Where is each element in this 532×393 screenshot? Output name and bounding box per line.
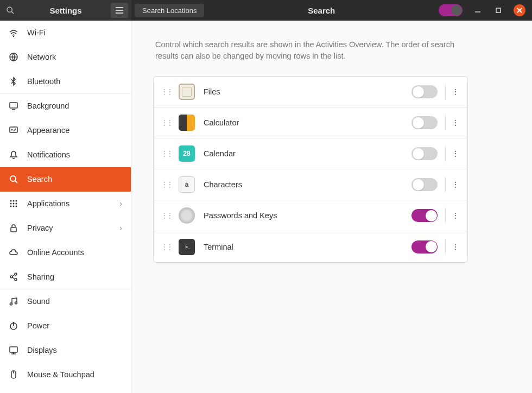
sidebar-item-label: Privacy (27, 224, 111, 232)
svg-rect-36 (10, 347, 17, 352)
svg-point-28 (15, 273, 17, 275)
svg-line-30 (12, 275, 15, 276)
share-icon (9, 272, 18, 282)
svg-point-20 (10, 203, 12, 205)
provider-toggle[interactable] (411, 178, 438, 191)
search-providers-list: ⋮⋮Files⋮⋮⋮Calculator⋮⋮⋮28Calendar⋮⋮⋮àCha… (153, 76, 468, 263)
drag-handle-icon[interactable]: ⋮⋮ (161, 181, 172, 188)
sidebar-item-displays[interactable]: Displays (0, 338, 131, 363)
hamburger-icon (116, 7, 123, 14)
divider (445, 84, 446, 99)
window-minimize-button[interactable] (472, 5, 483, 16)
sidebar-item-label: Appearance (27, 126, 122, 135)
sidebar-item-label: Bluetooth (27, 77, 122, 86)
sidebar-item-label: Background (27, 102, 122, 110)
app-name-label: Calculator (204, 118, 411, 127)
sidebar-item-mouse-touchpad[interactable]: Mouse & Touchpad (0, 363, 131, 387)
divider (445, 115, 446, 130)
sidebar-item-privacy[interactable]: Privacy› (0, 216, 131, 240)
search-locations-button[interactable]: Search Locations (135, 4, 204, 17)
svg-point-19 (16, 200, 17, 202)
provider-toggle[interactable] (411, 147, 438, 160)
provider-toggle[interactable] (411, 209, 438, 222)
sidebar-item-sound[interactable]: Sound (0, 289, 131, 314)
svg-rect-6 (496, 8, 501, 12)
svg-point-14 (11, 129, 13, 131)
sidebar-item-notifications[interactable]: Notifications (0, 143, 131, 167)
lock-icon (9, 223, 18, 233)
more-options-button[interactable]: ⋮ (451, 149, 460, 158)
chars-app-icon: à (179, 176, 195, 193)
sidebar-item-wi-fi[interactable]: Wi-Fi (0, 21, 131, 45)
search-provider-row: ⋮⋮>_Terminal⋮ (154, 231, 467, 262)
maximize-icon (496, 8, 501, 13)
svg-point-0 (7, 7, 12, 12)
divider (445, 239, 446, 255)
sidebar-item-label: Sharing (27, 272, 122, 281)
sidebar-item-network[interactable]: Network (0, 45, 131, 69)
sidebar-item-power[interactable]: Power (0, 314, 131, 338)
sidebar-item-label: Search (27, 175, 122, 183)
svg-line-1 (11, 11, 14, 14)
drag-handle-icon[interactable]: ⋮⋮ (161, 150, 172, 157)
drag-handle-icon[interactable]: ⋮⋮ (161, 88, 172, 96)
more-options-button[interactable]: ⋮ (451, 180, 460, 189)
more-options-button[interactable]: ⋮ (451, 211, 460, 220)
svg-point-17 (10, 200, 12, 202)
more-options-button[interactable]: ⋮ (451, 87, 460, 96)
search-provider-row: ⋮⋮Calculator⋮ (154, 107, 467, 138)
sidebar-item-online-accounts[interactable]: Online Accounts (0, 240, 131, 265)
provider-toggle[interactable] (411, 85, 438, 98)
sidebar-item-bluetooth[interactable]: Bluetooth (0, 69, 131, 94)
titlebar-search-button[interactable] (0, 0, 21, 21)
sidebar-item-label: Applications (27, 199, 111, 208)
svg-rect-13 (10, 127, 17, 132)
svg-point-29 (15, 278, 17, 281)
drag-handle-icon[interactable]: ⋮⋮ (161, 212, 172, 219)
drag-handle-icon[interactable]: ⋮⋮ (161, 119, 172, 126)
app-name-label: Passwords and Keys (204, 211, 411, 220)
svg-line-16 (15, 181, 17, 183)
sidebar-item-label: Displays (27, 346, 122, 354)
drag-handle-icon[interactable]: ⋮⋮ (161, 243, 172, 251)
svg-point-25 (16, 206, 17, 207)
sidebar-item-background[interactable]: Background (0, 94, 131, 118)
app-name-label: Characters (204, 180, 411, 189)
svg-point-21 (13, 203, 15, 205)
sidebar-item-label: Online Accounts (27, 248, 122, 257)
divider (445, 208, 446, 223)
wifi-icon (9, 28, 18, 37)
window-maximize-button[interactable] (493, 5, 504, 16)
sidebar-item-sharing[interactable]: Sharing (0, 265, 131, 289)
sidebar-item-search[interactable]: Search (0, 167, 131, 192)
sidebar-item-label: Mouse & Touchpad (27, 370, 122, 379)
svg-point-27 (10, 276, 12, 278)
sidebar-item-label: Sound (27, 297, 122, 306)
more-options-button[interactable]: ⋮ (451, 243, 460, 251)
divider (445, 177, 446, 192)
sidebar-item-applications[interactable]: Applications› (0, 192, 131, 216)
sidebar-item-appearance[interactable]: Appearance (0, 118, 131, 143)
panel-title: Search (204, 6, 439, 15)
search-provider-row: ⋮⋮Passwords and Keys⋮ (154, 200, 467, 231)
close-icon (517, 8, 522, 13)
more-options-button[interactable]: ⋮ (451, 118, 460, 127)
apps-icon (9, 199, 18, 208)
hamburger-menu-button[interactable] (111, 3, 128, 18)
provider-toggle[interactable] (411, 240, 438, 253)
search-provider-row: ⋮⋮Files⋮ (154, 77, 467, 107)
window-controls (439, 4, 532, 16)
window-close-button[interactable] (514, 4, 525, 16)
mouse-icon (9, 370, 18, 379)
sidebar-item-label: Network (27, 53, 122, 61)
music-icon (9, 296, 18, 306)
search-master-toggle[interactable] (439, 4, 463, 16)
appearance-icon (9, 125, 18, 135)
content-panel: Control which search results are shown i… (131, 21, 532, 393)
titlebar-right: Search Locations Search (131, 0, 532, 21)
globe-icon (9, 52, 18, 62)
svg-point-23 (10, 206, 12, 207)
monitor-icon (9, 101, 18, 111)
sidebar-item-label: Notifications (27, 150, 122, 159)
provider-toggle[interactable] (411, 116, 438, 129)
